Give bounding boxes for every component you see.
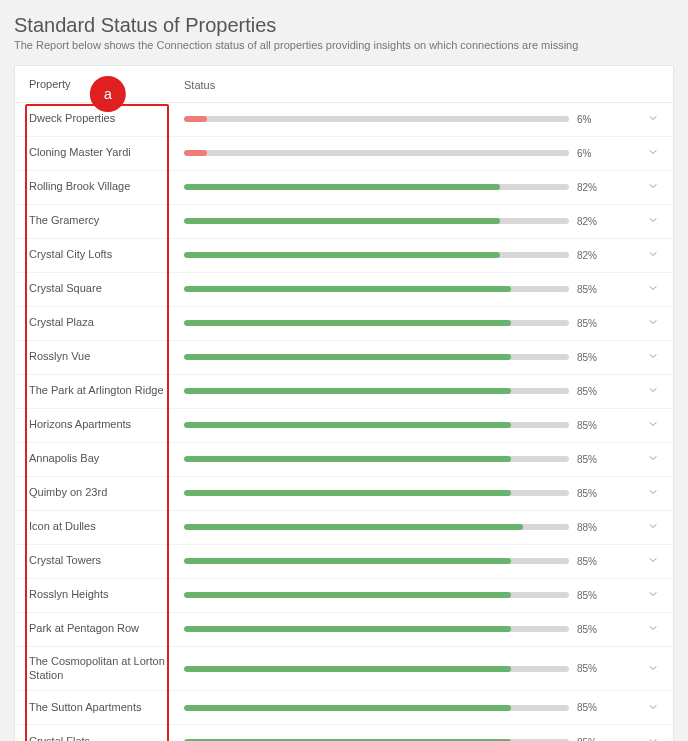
percent-label: 85% [577, 556, 611, 567]
progress-fill [184, 524, 523, 530]
expand-button[interactable] [611, 282, 659, 296]
percent-label: 85% [577, 420, 611, 431]
progress-fill [184, 184, 500, 190]
status-cell: 85% [184, 318, 611, 329]
expand-button[interactable] [611, 214, 659, 228]
chevron-down-icon [647, 316, 659, 330]
expand-button[interactable] [611, 418, 659, 432]
expand-button[interactable] [611, 520, 659, 534]
progress-fill [184, 388, 511, 394]
percent-label: 88% [577, 522, 611, 533]
progress-fill [184, 558, 511, 564]
percent-label: 85% [577, 352, 611, 363]
chevron-down-icon [647, 418, 659, 432]
table-row[interactable]: Crystal Towers 85% [15, 545, 673, 579]
percent-label: 85% [577, 386, 611, 397]
progress-fill [184, 705, 511, 711]
progress-track [184, 252, 569, 258]
progress-track [184, 184, 569, 190]
progress-fill [184, 666, 511, 672]
status-cell: 85% [184, 352, 611, 363]
table-row[interactable]: Rosslyn Vue 85% [15, 341, 673, 375]
expand-button[interactable] [611, 452, 659, 466]
table-row[interactable]: Horizons Apartments 85% [15, 409, 673, 443]
property-name: Rosslyn Heights [29, 588, 184, 602]
expand-button[interactable] [611, 248, 659, 262]
status-cell: 85% [184, 488, 611, 499]
percent-label: 85% [577, 318, 611, 329]
chevron-down-icon [647, 146, 659, 160]
status-cell: 6% [184, 114, 611, 125]
property-name: The Sutton Apartments [29, 701, 184, 715]
table-row[interactable]: The Park at Arlington Ridge 85% [15, 375, 673, 409]
table-row[interactable]: Rosslyn Heights 85% [15, 579, 673, 613]
status-cell: 85% [184, 556, 611, 567]
expand-button[interactable] [611, 146, 659, 160]
expand-button[interactable] [611, 180, 659, 194]
table-row[interactable]: The Gramercy 82% [15, 205, 673, 239]
percent-label: 6% [577, 148, 611, 159]
status-cell: 85% [184, 454, 611, 465]
expand-button[interactable] [611, 588, 659, 602]
percent-label: 85% [577, 488, 611, 499]
progress-track [184, 592, 569, 598]
chevron-down-icon [647, 588, 659, 602]
property-name: Cloning Master Yardi [29, 146, 184, 160]
status-cell: 85% [184, 624, 611, 635]
progress-track [184, 286, 569, 292]
chevron-down-icon [647, 452, 659, 466]
progress-track [184, 150, 569, 156]
progress-track [184, 116, 569, 122]
table-row[interactable]: The Cosmopolitan at Lorton Station 85% [15, 647, 673, 692]
expand-button[interactable] [611, 112, 659, 126]
table-row[interactable]: The Sutton Apartments 85% [15, 691, 673, 725]
property-name: Crystal City Lofts [29, 248, 184, 262]
progress-fill [184, 592, 511, 598]
percent-label: 85% [577, 454, 611, 465]
table-row[interactable]: Crystal City Lofts 82% [15, 239, 673, 273]
expand-button[interactable] [611, 350, 659, 364]
status-cell: 88% [184, 522, 611, 533]
property-name: Rolling Brook Village [29, 180, 184, 194]
table-row[interactable]: Rolling Brook Village 82% [15, 171, 673, 205]
property-name: Rosslyn Vue [29, 350, 184, 364]
table-body: Dweck Properties 6% Cloning Master Yardi… [15, 103, 673, 741]
table-row[interactable]: Crystal Plaza 85% [15, 307, 673, 341]
table-row[interactable]: Quimby on 23rd 85% [15, 477, 673, 511]
table-row[interactable]: Annapolis Bay 85% [15, 443, 673, 477]
status-cell: 82% [184, 250, 611, 261]
header-status: Status [184, 79, 659, 91]
percent-label: 82% [577, 250, 611, 261]
chevron-down-icon [647, 735, 659, 741]
table-row[interactable]: Park at Pentagon Row 85% [15, 613, 673, 647]
expand-button[interactable] [611, 662, 659, 676]
percent-label: 85% [577, 702, 611, 713]
progress-track [184, 320, 569, 326]
property-name: Crystal Square [29, 282, 184, 296]
percent-label: 82% [577, 216, 611, 227]
status-cell: 85% [184, 386, 611, 397]
property-name: The Cosmopolitan at Lorton Station [29, 655, 184, 683]
table-row[interactable]: Crystal Square 85% [15, 273, 673, 307]
table-row[interactable]: Dweck Properties 6% [15, 103, 673, 137]
table-row[interactable]: Crystal Flats 85% [15, 725, 673, 741]
expand-button[interactable] [611, 701, 659, 715]
expand-button[interactable] [611, 622, 659, 636]
expand-button[interactable] [611, 735, 659, 741]
progress-fill [184, 150, 207, 156]
expand-button[interactable] [611, 554, 659, 568]
progress-fill [184, 456, 511, 462]
status-cell: 85% [184, 590, 611, 601]
percent-label: 85% [577, 624, 611, 635]
page: Standard Status of Properties The Report… [0, 0, 688, 741]
expand-button[interactable] [611, 384, 659, 398]
chevron-down-icon [647, 282, 659, 296]
table-row[interactable]: Cloning Master Yardi 6% [15, 137, 673, 171]
chevron-down-icon [647, 554, 659, 568]
expand-button[interactable] [611, 316, 659, 330]
chevron-down-icon [647, 622, 659, 636]
status-cell: 6% [184, 148, 611, 159]
expand-button[interactable] [611, 486, 659, 500]
status-card: Property Status Dweck Properties 6% Clon… [14, 65, 674, 741]
table-row[interactable]: Icon at Dulles 88% [15, 511, 673, 545]
